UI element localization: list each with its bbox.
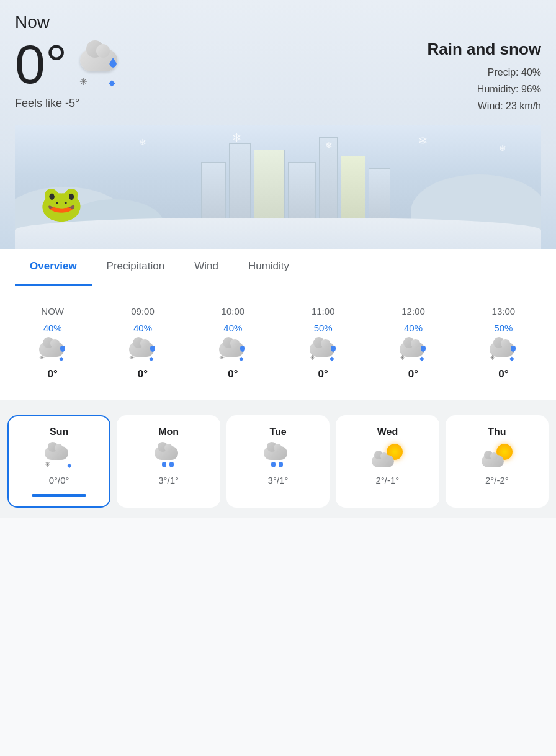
day-card-mon[interactable]: Mon 3°/1°	[117, 415, 220, 508]
snowflake-5: ❄	[499, 143, 506, 153]
day-name-wed: Wed	[377, 426, 398, 438]
snowflake-4: ❄	[418, 134, 428, 148]
building-4	[288, 162, 316, 224]
building-6	[341, 156, 365, 224]
hour-label-3: 11:00	[312, 306, 335, 317]
day-icon-thu	[482, 444, 513, 469]
temperature: 0°	[15, 37, 67, 92]
hour-col-5: 13:00 50% ✳ ◆ 0°	[459, 301, 549, 385]
cloud-over-sun	[372, 455, 394, 467]
hour-label-2: 10:00	[222, 306, 245, 317]
hour-icon-4: ✳ ◆	[398, 340, 428, 362]
weather-icon-large: ✳ ◆	[77, 49, 120, 80]
hour-label-0: NOW	[41, 306, 64, 317]
hour-label-4: 12:00	[401, 306, 425, 317]
day-card-thu[interactable]: Thu 2°/-2°	[446, 415, 549, 508]
day-temps-mon: 3°/1°	[158, 475, 179, 485]
tabs-row: Overview Precipitation Wind Humidity	[15, 249, 541, 286]
diamond-icon: ◆	[109, 78, 115, 88]
hour-precip-2: 40%	[223, 323, 242, 333]
humidity-detail: Humidity: 96%	[428, 81, 541, 97]
daily-grid: Sun ✳ ◆ 0°/0° Mon 3°/1° Tue	[7, 415, 549, 508]
hour-temp-2: 0°	[228, 368, 238, 380]
hour-precip-1: 40%	[133, 323, 152, 333]
wind-detail: Wind: 23 km/h	[428, 97, 541, 114]
hourly-grid: NOW 40% ✳ ◆ 0° 09:00 40% ✳ ◆ 0° 10:0	[7, 301, 549, 385]
active-indicator	[32, 494, 86, 497]
hour-precip-5: 50%	[494, 323, 513, 333]
section-divider	[0, 400, 556, 405]
hour-col-0: NOW 40% ✳ ◆ 0°	[7, 301, 97, 385]
tab-humidity[interactable]: Humidity	[233, 249, 304, 286]
hour-icon-5: ✳ ◆	[488, 340, 518, 362]
condition-name: Rain and snow	[428, 40, 541, 59]
hour-icon-0: ✳ ◆	[38, 340, 68, 362]
day-name-sun: Sun	[50, 426, 68, 438]
building-3	[254, 150, 285, 224]
day-icon-sun: ✳ ◆	[43, 444, 74, 469]
day-name-thu: Thu	[488, 426, 506, 438]
day-temps-wed: 2°/-1°	[375, 475, 399, 485]
daily-section: Sun ✳ ◆ 0°/0° Mon 3°/1° Tue	[0, 405, 556, 518]
hour-precip-0: 40%	[43, 323, 62, 333]
hour-precip-3: 50%	[314, 323, 333, 333]
building-7	[369, 168, 390, 224]
temp-section: 0° ✳ ◆	[15, 37, 120, 92]
hour-temp-3: 0°	[318, 368, 328, 380]
hour-icon-2: ✳ ◆	[218, 340, 248, 362]
hour-temp-1: 0°	[138, 368, 148, 380]
snowflake-1: ❄	[139, 137, 146, 147]
now-label: Now	[15, 12, 541, 32]
day-icon-wed	[372, 444, 403, 469]
weather-right: Rain and snow Precip: 40% Humidity: 96% …	[428, 37, 541, 115]
hour-icon-3: ✳ ◆	[308, 340, 338, 362]
hour-temp-0: 0°	[48, 368, 58, 380]
day-card-wed[interactable]: Wed 2°/-1°	[336, 415, 439, 508]
precip-detail: Precip: 40%	[428, 64, 541, 81]
tab-overview[interactable]: Overview	[15, 249, 92, 286]
day-name-mon: Mon	[158, 426, 179, 438]
day-card-sun[interactable]: Sun ✳ ◆ 0°/0°	[7, 415, 110, 508]
weather-detail: Precip: 40% Humidity: 96% Wind: 23 km/h	[428, 64, 541, 115]
hourly-section: NOW 40% ✳ ◆ 0° 09:00 40% ✳ ◆ 0° 10:0	[0, 286, 556, 400]
hour-col-3: 11:00 50% ✳ ◆ 0°	[278, 301, 368, 385]
day-card-tue[interactable]: Tue 3°/1°	[226, 415, 330, 508]
day-icon-mon	[153, 444, 184, 469]
hour-icon-1: ✳ ◆	[128, 340, 158, 362]
hour-temp-5: 0°	[498, 368, 508, 380]
building-2	[229, 143, 251, 224]
left-section: 0° ✳ ◆ Feels like -5°	[15, 37, 120, 110]
hour-label-5: 13:00	[492, 306, 516, 317]
hour-col-2: 10:00 40% ✳ ◆ 0°	[188, 301, 278, 385]
hour-col-4: 12:00 40% ✳ ◆ 0°	[368, 301, 458, 385]
city-bg: 🐸 ❄ ❄ ❄ ❄ ❄	[15, 125, 541, 249]
building-5	[319, 137, 338, 224]
snow-star-icon: ✳	[79, 76, 87, 88]
cloud-over-sun-thu	[482, 455, 504, 467]
snow-ground	[15, 218, 541, 249]
tabs-section: Overview Precipitation Wind Humidity	[0, 249, 556, 286]
hour-temp-4: 0°	[408, 368, 418, 380]
weather-main-row: 0° ✳ ◆ Feels like -5° Rain and snow Prec…	[15, 37, 541, 115]
hour-col-1: 09:00 40% ✳ ◆ 0°	[97, 301, 187, 385]
day-temps-sun: 0°/0°	[49, 475, 70, 485]
day-temps-thu: 2°/-2°	[485, 475, 509, 485]
hour-precip-4: 40%	[404, 323, 423, 333]
hour-label-1: 09:00	[131, 306, 155, 317]
frog-character: 🐸	[40, 183, 83, 224]
tab-precipitation[interactable]: Precipitation	[92, 249, 180, 286]
snowflake-2: ❄	[232, 131, 241, 145]
snowflake-3: ❄	[325, 140, 333, 150]
building-1	[201, 162, 226, 224]
day-icon-tue	[262, 444, 294, 469]
tab-wind[interactable]: Wind	[179, 249, 233, 286]
day-name-tue: Tue	[269, 426, 286, 438]
weather-header: Now 0° ✳ ◆ Feels like -5° Rain and snow …	[0, 0, 556, 249]
day-temps-tue: 3°/1°	[268, 475, 289, 485]
feels-like: Feels like -5°	[15, 97, 120, 110]
city-illustration: 🐸 ❄ ❄ ❄ ❄ ❄	[15, 125, 541, 249]
